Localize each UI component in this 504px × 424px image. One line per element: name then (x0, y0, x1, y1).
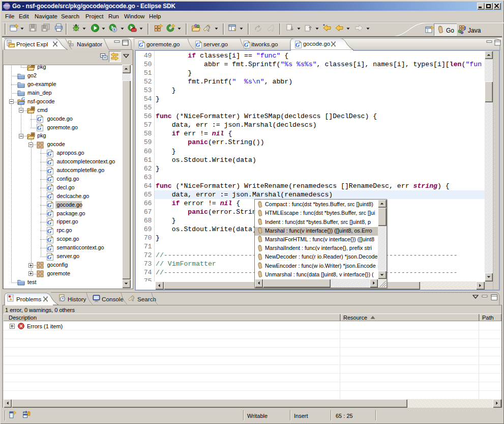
svg-text:G: G (47, 150, 52, 156)
svg-text:G: G (37, 125, 42, 131)
svg-text:G: G (47, 228, 52, 234)
svg-text:G: G (21, 97, 25, 102)
svg-text:G: G (47, 202, 52, 208)
svg-text:G: G (47, 236, 52, 242)
svg-text:G: G (244, 41, 249, 47)
svg-text:G: G (295, 41, 300, 47)
svg-text:G: G (47, 253, 52, 260)
svg-text:G: G (139, 41, 143, 47)
svg-text:G: G (47, 219, 52, 225)
svg-text:G: G (196, 41, 200, 47)
svg-text:G: G (47, 211, 52, 217)
svg-text:G: G (37, 116, 42, 122)
svg-text:G: G (47, 159, 52, 165)
svg-text:G: G (47, 245, 52, 251)
svg-text:G: G (47, 176, 52, 182)
svg-text:G: G (47, 193, 52, 200)
svg-text:G: G (47, 185, 52, 191)
svg-text:G: G (47, 167, 52, 174)
svg-text:J: J (463, 25, 466, 31)
